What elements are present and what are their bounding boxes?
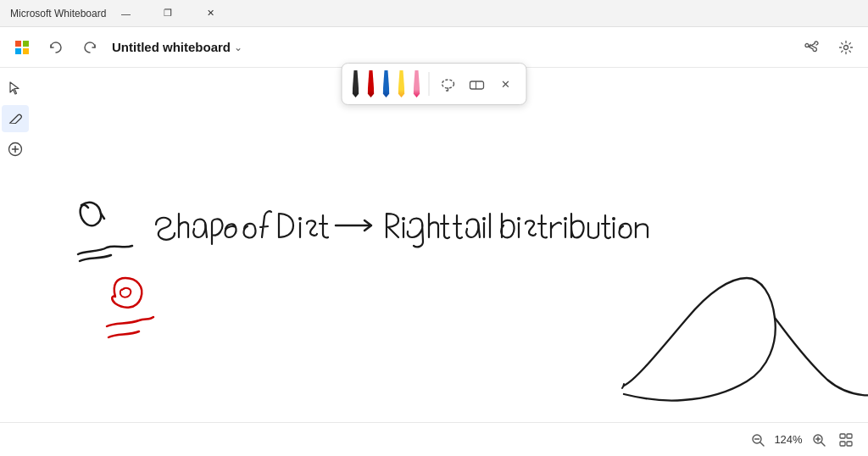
fit-to-screen-button[interactable] <box>834 428 858 452</box>
svg-point-14 <box>612 217 615 220</box>
pen-divider <box>429 72 430 96</box>
svg-rect-2 <box>15 48 21 54</box>
title-chevron-icon[interactable]: ⌄ <box>234 42 242 53</box>
svg-point-6 <box>442 80 454 88</box>
svg-point-12 <box>517 217 520 220</box>
black-pen-icon <box>353 70 359 97</box>
restore-button[interactable]: ❐ <box>148 0 187 27</box>
svg-rect-18 <box>847 434 852 438</box>
svg-rect-0 <box>15 41 21 47</box>
menu-bar: Untitled whiteboard ⌄ <box>0 27 868 68</box>
svg-point-13 <box>564 217 567 220</box>
zoom-in-button[interactable] <box>807 428 831 452</box>
black-pen-item[interactable] <box>351 69 361 99</box>
close-icon: ✕ <box>501 78 510 91</box>
blue-pen-icon <box>383 70 390 97</box>
bottom-bar: 124% <box>0 422 868 456</box>
close-button[interactable]: ✕ <box>191 0 230 27</box>
share-button[interactable] <box>797 32 827 63</box>
pink-pen-icon <box>414 70 420 97</box>
menu-right <box>797 32 861 63</box>
svg-point-11 <box>482 217 486 220</box>
zoom-out-button[interactable] <box>746 428 770 452</box>
title-bar-controls: — ❐ ✕ <box>106 0 230 27</box>
home-button[interactable] <box>7 32 37 63</box>
app-title: Microsoft Whiteboard <box>10 8 106 19</box>
eraser-button[interactable] <box>465 72 489 96</box>
red-pen-item[interactable] <box>366 69 376 99</box>
whiteboard-title: Untitled whiteboard <box>112 40 231 54</box>
pen-toolbar: ✕ <box>342 63 527 105</box>
redo-button[interactable] <box>75 32 105 63</box>
yellow-pen-item[interactable] <box>397 69 407 99</box>
svg-point-4 <box>844 45 849 49</box>
yellow-pen-icon <box>398 70 405 97</box>
close-pen-toolbar-button[interactable]: ✕ <box>494 72 518 96</box>
svg-rect-1 <box>23 41 29 47</box>
pink-pen-item[interactable] <box>412 69 422 99</box>
zoom-level-label: 124% <box>773 433 804 446</box>
settings-button[interactable] <box>831 32 861 63</box>
lasso-button[interactable] <box>437 72 460 96</box>
left-toolbar <box>0 68 31 170</box>
canvas-area[interactable] <box>31 68 868 422</box>
svg-rect-7 <box>470 81 484 89</box>
svg-point-10 <box>402 217 405 220</box>
svg-rect-19 <box>840 442 845 446</box>
add-tool-button[interactable] <box>2 136 29 163</box>
whiteboard-title-area: Untitled whiteboard ⌄ <box>112 40 793 54</box>
minimize-button[interactable]: — <box>106 0 145 27</box>
pen-tool-button[interactable] <box>2 105 29 132</box>
select-tool-button[interactable] <box>2 75 29 102</box>
red-pen-icon <box>368 70 375 97</box>
blue-pen-item[interactable] <box>381 69 392 99</box>
svg-rect-3 <box>23 48 29 54</box>
svg-rect-17 <box>840 434 845 438</box>
svg-rect-20 <box>847 442 852 446</box>
title-bar: Microsoft Whiteboard — ❐ ✕ <box>0 0 868 27</box>
undo-button[interactable] <box>41 32 71 63</box>
svg-point-9 <box>298 217 302 220</box>
